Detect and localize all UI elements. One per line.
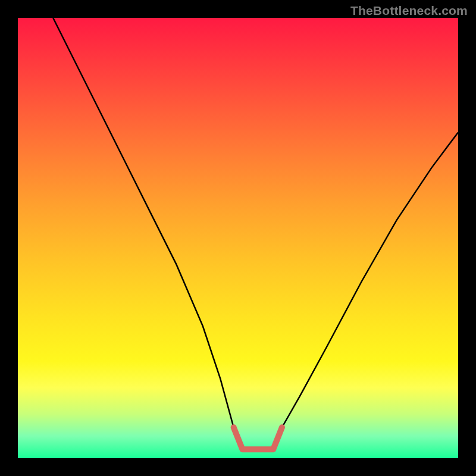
watermark-text: TheBottleneck.com [350,4,468,18]
plot-area [18,18,458,458]
highlight-segment [234,427,282,449]
chart-svg [18,18,458,458]
bottleneck-curve [53,18,458,449]
chart-frame: TheBottleneck.com [0,0,476,476]
